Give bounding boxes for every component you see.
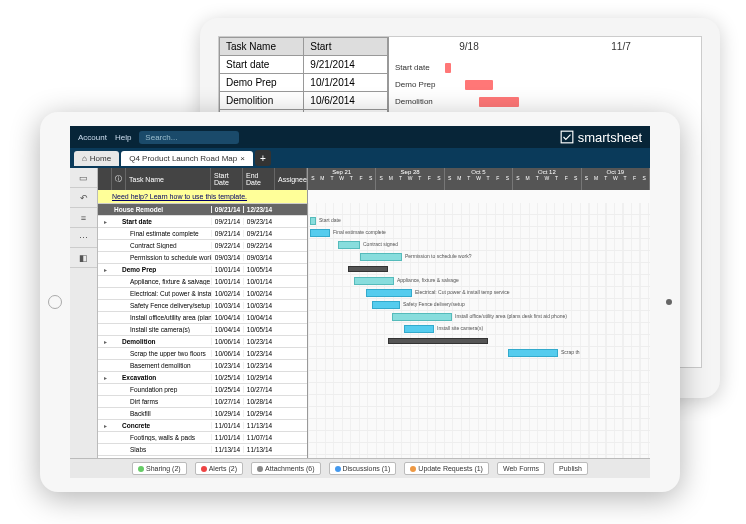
tab-alerts[interactable]: Alerts (2)	[195, 462, 243, 475]
task-row[interactable]: Contract Signed09/22/1409/22/14	[98, 240, 307, 252]
week-header: Oct 12SMTWTFS	[513, 168, 581, 190]
tablet-home-button[interactable]	[48, 295, 62, 309]
header-end[interactable]: End Date	[243, 168, 275, 190]
gantt-bar[interactable]	[348, 266, 388, 272]
tab-home[interactable]: ⌂Home	[74, 151, 119, 166]
gantt-bar[interactable]	[310, 217, 316, 225]
header-assignee[interactable]: Assignee	[275, 168, 307, 190]
brand-logo: smartsheet	[560, 130, 642, 145]
task-row[interactable]: Install office/utility area (plans desk …	[98, 312, 307, 324]
toolbar-btn-3[interactable]: ≡	[70, 208, 97, 228]
week-header: Sep 28SMTWTFS	[376, 168, 444, 190]
task-row[interactable]: Final estimate complete09/21/1409/21/14	[98, 228, 307, 240]
gantt-row	[308, 407, 650, 419]
gantt-bar[interactable]	[479, 97, 519, 107]
gantt-row-label: Demolition	[393, 97, 443, 106]
toolbar-btn-1[interactable]: ▭	[70, 168, 97, 188]
gantt-row	[308, 431, 650, 443]
gantt-row: Electrical: Cut power & install temp ser…	[308, 287, 650, 299]
toolbar-btn-2[interactable]: ↶	[70, 188, 97, 208]
back-date-1: 9/18	[393, 41, 545, 59]
header-start[interactable]: Start Date	[211, 168, 243, 190]
task-row[interactable]: Dirt farms10/27/1410/28/14	[98, 396, 307, 408]
gantt-row	[308, 395, 650, 407]
tab-web-forms[interactable]: Web Forms	[497, 462, 545, 475]
gantt-bar[interactable]	[445, 63, 451, 73]
gantt-bar[interactable]	[354, 277, 394, 285]
gantt-row: Final estimate complete	[308, 227, 650, 239]
table-cell[interactable]: 10/6/2014	[304, 92, 388, 110]
toolbar-btn-4[interactable]: ⋯	[70, 228, 97, 248]
gantt-bar[interactable]	[404, 325, 434, 333]
checkmark-icon	[560, 130, 574, 144]
gantt-bar[interactable]	[465, 80, 493, 90]
task-row[interactable]: Foundation prep10/25/1410/27/14	[98, 384, 307, 396]
help-link[interactable]: Help	[115, 133, 131, 142]
task-row[interactable]: ▸Concrete11/01/1411/13/14	[98, 420, 307, 432]
search-input[interactable]: Search...	[139, 131, 239, 144]
tab-publish[interactable]: Publish	[553, 462, 588, 475]
gantt-row: Contract signed	[308, 239, 650, 251]
help-banner[interactable]: Need help? Learn how to use this templat…	[98, 190, 307, 204]
tab-sharing[interactable]: Sharing (2)	[132, 462, 187, 475]
tab-discussions[interactable]: Discussions (1)	[329, 462, 397, 475]
task-row[interactable]: Electrical: Cut power & install temp ser…	[98, 288, 307, 300]
table-cell[interactable]: Demo Prep	[220, 74, 304, 92]
gantt-row	[308, 371, 650, 383]
table-cell[interactable]: 9/21/2014	[304, 56, 388, 74]
task-row[interactable]: Safety Fence delivery/setup10/03/1410/03…	[98, 300, 307, 312]
gantt-row: Install site camera(s)	[308, 323, 650, 335]
gantt-bar[interactable]	[360, 253, 402, 261]
gantt-bar[interactable]	[508, 349, 558, 357]
gantt-row	[308, 359, 650, 371]
app-screen: Account Help Search... smartsheet ⌂Home …	[70, 126, 650, 478]
task-row[interactable]: ▸Demo Prep10/01/1410/05/14	[98, 264, 307, 276]
task-row[interactable]: ▸Start date09/21/1409/23/14	[98, 216, 307, 228]
toolbar-btn-5[interactable]: ◧	[70, 248, 97, 268]
task-row[interactable]: ▸House Remodel09/21/1412/23/14	[98, 204, 307, 216]
tab-update-requests[interactable]: Update Requests (1)	[404, 462, 489, 475]
task-row[interactable]: Install site camera(s)10/04/1410/05/14	[98, 324, 307, 336]
gantt-bar[interactable]	[310, 229, 330, 237]
gantt-bar[interactable]	[388, 338, 488, 344]
col-start: Start	[304, 38, 388, 56]
gantt-bar[interactable]	[338, 241, 360, 249]
task-row[interactable]: Appliance, fixture & salvage10/01/1410/0…	[98, 276, 307, 288]
gantt-row	[308, 419, 650, 431]
add-tab-button[interactable]: +	[255, 150, 271, 166]
gantt-row: Safety Fence delivery/setup	[308, 299, 650, 311]
task-row[interactable]: Basement demolition10/23/1410/23/14	[98, 360, 307, 372]
task-row[interactable]: Scrap the upper two floors10/06/1410/23/…	[98, 348, 307, 360]
back-date-2: 11/7	[545, 41, 697, 59]
week-header: Oct 5SMTWTFS	[445, 168, 513, 190]
table-cell[interactable]: Start date	[220, 56, 304, 74]
task-row[interactable]: Footings, walls & pads11/01/1411/07/14	[98, 432, 307, 444]
top-bar: Account Help Search... smartsheet	[70, 126, 650, 148]
account-link[interactable]: Account	[78, 133, 107, 142]
gantt-row	[308, 455, 650, 458]
header-task[interactable]: Task Name	[126, 168, 211, 190]
gantt-bar[interactable]	[366, 289, 412, 297]
task-row[interactable]: Permission to schedule work?09/03/1409/0…	[98, 252, 307, 264]
table-cell[interactable]: Demolition	[220, 92, 304, 110]
task-row[interactable]: ▸Excavation10/25/1410/29/14	[98, 372, 307, 384]
tab-strip: ⌂Home Q4 Product Launch Road Map× +	[70, 148, 650, 168]
foreground-tablet: Account Help Search... smartsheet ⌂Home …	[40, 112, 680, 492]
svg-rect-0	[561, 131, 573, 143]
task-row[interactable]: Backfill10/29/1410/29/14	[98, 408, 307, 420]
gantt-bar[interactable]	[392, 313, 452, 321]
task-row[interactable]: ▸Demolition10/06/1410/23/14	[98, 336, 307, 348]
tab-sheet[interactable]: Q4 Product Launch Road Map×	[121, 151, 253, 166]
left-toolbar: ▭ ↶ ≡ ⋯ ◧	[70, 168, 98, 458]
task-row[interactable]: Slabs11/13/1411/13/14	[98, 444, 307, 456]
gantt-chart: Sep 21SMTWTFSSep 28SMTWTFSOct 5SMTWTFSOc…	[308, 168, 650, 458]
bottom-tabs: Sharing (2) Alerts (2) Attachments (6) D…	[70, 458, 650, 478]
gantt-row: Start date	[308, 215, 650, 227]
table-cell[interactable]: 10/1/2014	[304, 74, 388, 92]
gantt-row	[308, 263, 650, 275]
task-row[interactable]: ▸Pre backfill11/13/1411/13/14	[98, 456, 307, 458]
tab-attachments[interactable]: Attachments (6)	[251, 462, 320, 475]
tablet-camera	[666, 299, 672, 305]
gantt-bar[interactable]	[372, 301, 400, 309]
close-icon[interactable]: ×	[240, 154, 245, 163]
